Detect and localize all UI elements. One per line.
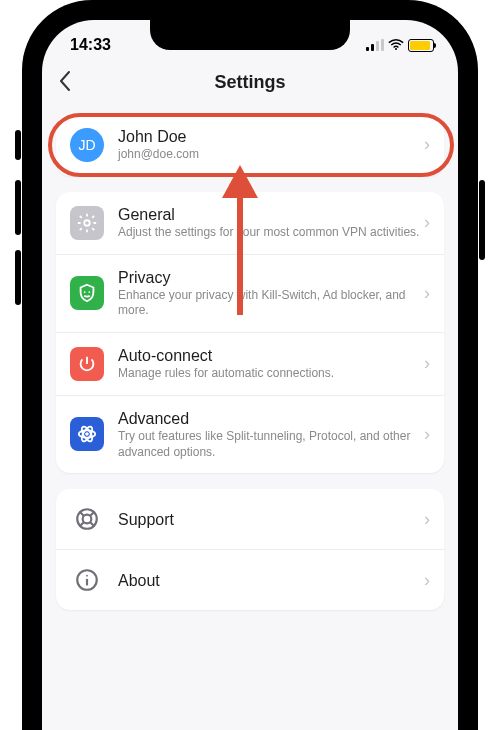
svg-point-1 bbox=[84, 220, 90, 226]
settings-row-advanced[interactable]: Advanced Try out features like Split-tun… bbox=[56, 395, 444, 473]
row-title: Support bbox=[118, 510, 424, 529]
chevron-right-icon: › bbox=[424, 424, 430, 445]
gear-icon bbox=[70, 206, 104, 240]
svg-point-4 bbox=[85, 433, 89, 437]
chevron-right-icon: › bbox=[424, 134, 430, 155]
screen: 14:33 Settings JD John Doe john@doe.com bbox=[42, 20, 458, 730]
chevron-right-icon: › bbox=[424, 570, 430, 591]
row-title: About bbox=[118, 571, 424, 590]
row-subtitle: Enhance your privacy with Kill-Switch, A… bbox=[118, 288, 424, 319]
settings-row-privacy[interactable]: Privacy Enhance your privacy with Kill-S… bbox=[56, 254, 444, 332]
notch bbox=[150, 20, 350, 50]
power-icon bbox=[70, 347, 104, 381]
account-email: john@doe.com bbox=[118, 147, 424, 163]
settings-row-about[interactable]: About › bbox=[56, 549, 444, 610]
svg-point-9 bbox=[83, 515, 92, 524]
chevron-right-icon: › bbox=[424, 283, 430, 304]
page-title: Settings bbox=[214, 72, 285, 93]
row-subtitle: Try out features like Split-tunneling, P… bbox=[118, 429, 424, 460]
support-icon bbox=[70, 502, 104, 536]
row-title: Advanced bbox=[118, 409, 424, 428]
row-title: General bbox=[118, 205, 424, 224]
wifi-icon bbox=[388, 39, 404, 51]
chevron-right-icon: › bbox=[424, 353, 430, 374]
svg-point-11 bbox=[86, 575, 88, 577]
settings-row-general[interactable]: General Adjust the settings for your mos… bbox=[56, 192, 444, 254]
status-time: 14:33 bbox=[70, 36, 111, 54]
status-indicators bbox=[366, 39, 434, 52]
row-title: Privacy bbox=[118, 268, 424, 287]
account-card: JD John Doe john@doe.com › bbox=[56, 114, 444, 176]
main-settings-card: General Adjust the settings for your mos… bbox=[56, 192, 444, 473]
back-button[interactable] bbox=[58, 70, 72, 98]
account-name: John Doe bbox=[118, 127, 424, 146]
svg-point-2 bbox=[84, 291, 86, 293]
content: JD John Doe john@doe.com › General Adjus… bbox=[42, 104, 458, 610]
row-subtitle: Manage rules for automatic connections. bbox=[118, 366, 424, 382]
svg-point-3 bbox=[88, 291, 90, 293]
battery-icon bbox=[408, 39, 434, 52]
phone-frame: 14:33 Settings JD John Doe john@doe.com bbox=[22, 0, 478, 730]
account-row[interactable]: JD John Doe john@doe.com › bbox=[56, 114, 444, 176]
cell-signal-icon bbox=[366, 39, 384, 51]
row-subtitle: Adjust the settings for your most common… bbox=[118, 225, 424, 241]
chevron-right-icon: › bbox=[424, 212, 430, 233]
shield-icon bbox=[70, 276, 104, 310]
settings-row-autoconnect[interactable]: Auto-connect Manage rules for automatic … bbox=[56, 332, 444, 395]
atom-icon bbox=[70, 417, 104, 451]
chevron-right-icon: › bbox=[424, 509, 430, 530]
chevron-left-icon bbox=[58, 70, 72, 92]
extra-card: Support › About › bbox=[56, 489, 444, 610]
info-icon bbox=[70, 563, 104, 597]
svg-point-0 bbox=[395, 48, 397, 50]
avatar: JD bbox=[70, 128, 104, 162]
settings-row-support[interactable]: Support › bbox=[56, 489, 444, 549]
nav-header: Settings bbox=[42, 60, 458, 104]
row-title: Auto-connect bbox=[118, 346, 424, 365]
